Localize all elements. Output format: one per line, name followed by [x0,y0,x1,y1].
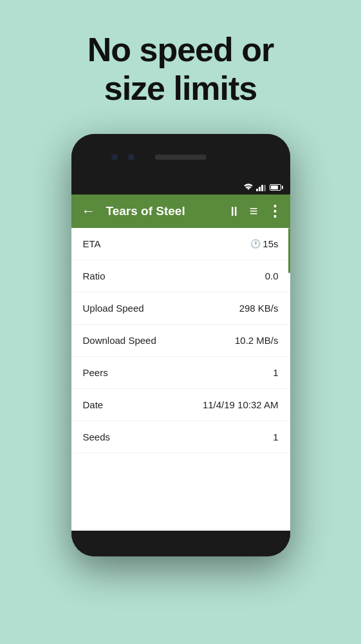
table-row: Date 11/4/19 10:32 AM [71,389,290,421]
camera-dot-right [128,154,134,160]
upload-speed-label: Upload Speed [83,303,144,314]
clock-icon: 🕐 [250,239,261,249]
empty-space [71,453,290,531]
download-speed-label: Download Speed [83,335,156,346]
list-button[interactable]: ≡ [250,204,258,218]
status-bar [71,180,290,194]
more-button[interactable]: ⋮ [267,204,282,219]
back-button[interactable]: ← [79,202,98,221]
headline-text: No speed or size limits [26,31,335,108]
table-row: Ratio 0.0 [71,260,290,292]
pause-button[interactable]: ⏸ [228,205,241,218]
signal-bar-4 [264,185,266,191]
eta-value: 🕐 15s [250,238,278,249]
battery-fill [271,185,278,189]
seeds-label: Seeds [83,431,111,442]
status-icons [243,184,281,191]
phone-bottom-bezel [71,531,290,556]
table-row: Seeds 1 [71,421,290,453]
table-row: Upload Speed 298 KB/s [71,292,290,325]
scroll-thumb [288,228,290,273]
phone-top-bezel [71,134,290,180]
peers-value: 1 [273,367,278,378]
ratio-label: Ratio [83,270,106,281]
table-row: Download Speed 10.2 MB/s [71,325,290,357]
signal-bars [256,184,266,191]
table-row: ETA 🕐 15s [71,228,290,260]
phone-device: ← Tears of Steel ⏸ ≡ ⋮ ETA 🕐 [71,134,290,556]
toolbar-action-icons: ⏸ ≡ ⋮ [228,204,282,219]
app-toolbar: ← Tears of Steel ⏸ ≡ ⋮ [71,194,290,228]
signal-bar-2 [259,187,261,191]
date-label: Date [83,399,104,410]
phone-speaker [155,155,207,160]
download-speed-value: 10.2 MB/s [235,335,279,346]
date-value: 11/4/19 10:32 AM [203,399,279,410]
page-background: No speed or size limits [0,0,361,644]
headline-section: No speed or size limits [0,0,361,128]
eta-label: ETA [83,238,101,249]
wifi-icon [243,184,254,191]
signal-bar-3 [261,185,263,191]
ratio-value: 0.0 [265,270,279,281]
phone-mockup: ← Tears of Steel ⏸ ≡ ⋮ ETA 🕐 [0,134,361,556]
table-row: Peers 1 [71,357,290,389]
battery-icon [270,184,281,191]
camera-dot-left [111,154,118,160]
scroll-indicator [288,228,290,531]
peers-label: Peers [83,367,108,378]
seeds-value: 1 [273,431,278,442]
app-content: ETA 🕐 15s Ratio 0.0 Upload Speed 298 KB/… [71,228,290,531]
upload-speed-value: 298 KB/s [239,303,279,314]
toolbar-title: Tears of Steel [106,204,223,218]
signal-bar-1 [256,189,258,191]
